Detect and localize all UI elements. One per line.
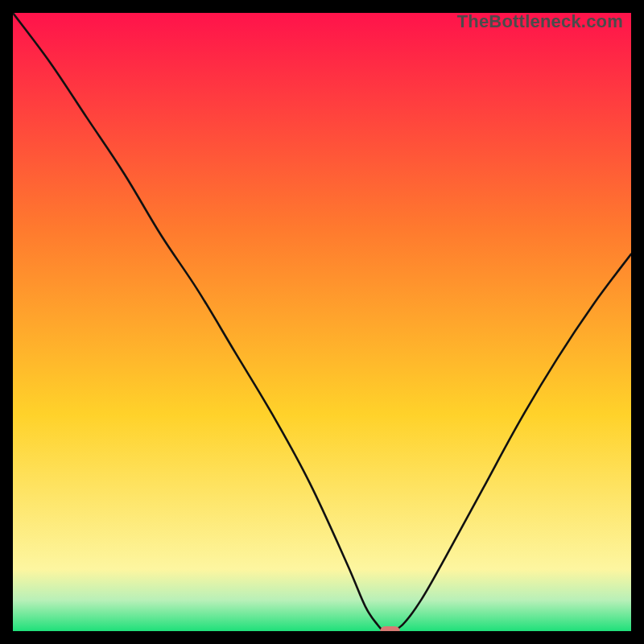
minimum-marker <box>380 626 400 631</box>
bottleneck-plot <box>13 13 631 631</box>
watermark-text: TheBottleneck.com <box>457 11 623 32</box>
gradient-background <box>13 13 631 631</box>
chart-frame: TheBottleneck.com <box>13 13 631 631</box>
